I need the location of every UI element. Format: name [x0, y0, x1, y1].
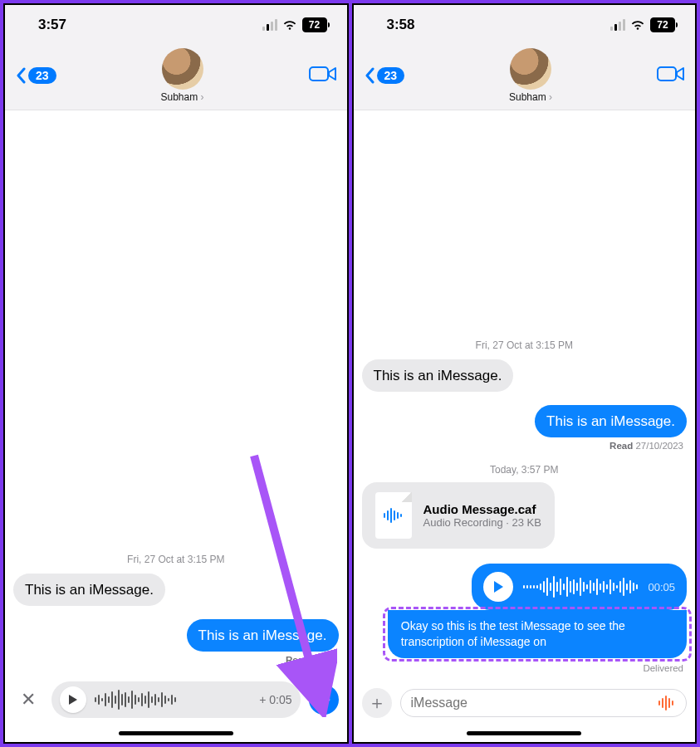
audio-duration: + 0:05	[259, 693, 291, 706]
date-header: Fri, 27 Oct at 3:15 PM	[362, 339, 688, 351]
message-bubble-outgoing[interactable]: This is an iMessage.	[187, 619, 339, 652]
clock: 3:57	[38, 17, 66, 33]
date-header: Today, 3:57 PM	[362, 464, 688, 476]
contact-header[interactable]: Subham	[509, 48, 552, 103]
message-bubble-incoming[interactable]: This is an iMessage.	[362, 359, 514, 392]
waveform-icon	[523, 576, 638, 598]
clock: 3:58	[387, 17, 415, 33]
send-button[interactable]	[309, 685, 339, 715]
document-thumb	[375, 492, 412, 539]
nav-header: 23 Subham	[5, 45, 347, 110]
wifi-icon	[282, 19, 297, 31]
message-bubble-incoming[interactable]: This is an iMessage.	[13, 574, 165, 606]
contact-header[interactable]: Subham	[161, 48, 204, 103]
unread-badge: 23	[28, 67, 56, 84]
back-button[interactable]: 23	[15, 67, 56, 84]
message-input-pill[interactable]	[400, 689, 688, 717]
avatar	[510, 48, 551, 90]
compose-bar: ＋	[354, 680, 696, 726]
battery-indicator: 72	[302, 17, 327, 32]
play-icon	[68, 694, 78, 706]
play-icon	[492, 580, 504, 593]
waveform-icon	[95, 690, 251, 710]
cancel-audio-button[interactable]: ✕	[13, 685, 43, 715]
contact-name: Subham	[509, 91, 552, 103]
chevron-left-icon	[364, 67, 375, 84]
video-icon	[309, 65, 337, 83]
facetime-button[interactable]	[309, 65, 337, 86]
message-bubble-outgoing[interactable]: This is an iMessage.	[535, 405, 687, 437]
audio-attachment-card[interactable]: Audio Message.caf Audio Recording · 23 K…	[362, 482, 555, 549]
delivery-status: Delivered	[643, 663, 683, 673]
nav-header: 23 Subham	[354, 45, 696, 110]
apps-button[interactable]: ＋	[362, 688, 392, 718]
read-receipt: Rea 0/2023	[286, 655, 335, 665]
transcription-bubble[interactable]: Okay so this is the test iMessage to see…	[388, 610, 687, 658]
message-input[interactable]	[411, 696, 652, 710]
attachment-subtitle: Audio Recording · 23 KB	[423, 516, 541, 529]
audio-duration: 00:05	[648, 581, 675, 593]
cellular-signal-icon	[610, 19, 625, 31]
status-bar: 3:58 72	[354, 5, 696, 45]
audio-wave-icon	[383, 507, 404, 524]
home-indicator	[119, 731, 233, 735]
wifi-icon	[630, 19, 645, 31]
attachment-title: Audio Message.caf	[423, 502, 541, 516]
play-button[interactable]	[483, 572, 513, 602]
avatar	[162, 48, 203, 90]
audio-preview-bar: ✕ + 0:05	[5, 671, 347, 726]
read-receipt: Read 27/10/2023	[609, 441, 683, 451]
home-indicator	[467, 731, 581, 735]
cellular-signal-icon	[262, 19, 277, 31]
chevron-left-icon	[15, 67, 27, 84]
svg-rect-2	[658, 67, 676, 81]
battery-indicator: 72	[650, 17, 675, 32]
contact-name: Subham	[161, 91, 204, 103]
back-button[interactable]: 23	[364, 67, 405, 84]
svg-rect-0	[310, 67, 328, 81]
audio-preview-pill[interactable]: + 0:05	[51, 681, 301, 718]
unread-badge: 23	[377, 67, 405, 84]
audio-record-icon[interactable]	[658, 696, 676, 710]
status-bar: 3:57 72	[5, 5, 347, 45]
date-header: Fri, 27 Oct at 3:15 PM	[13, 554, 339, 565]
arrow-up-icon	[317, 692, 330, 707]
facetime-button[interactable]	[657, 65, 685, 86]
video-icon	[657, 65, 685, 83]
play-button[interactable]	[60, 686, 86, 713]
audio-message-outgoing[interactable]: 00:05	[472, 564, 687, 610]
